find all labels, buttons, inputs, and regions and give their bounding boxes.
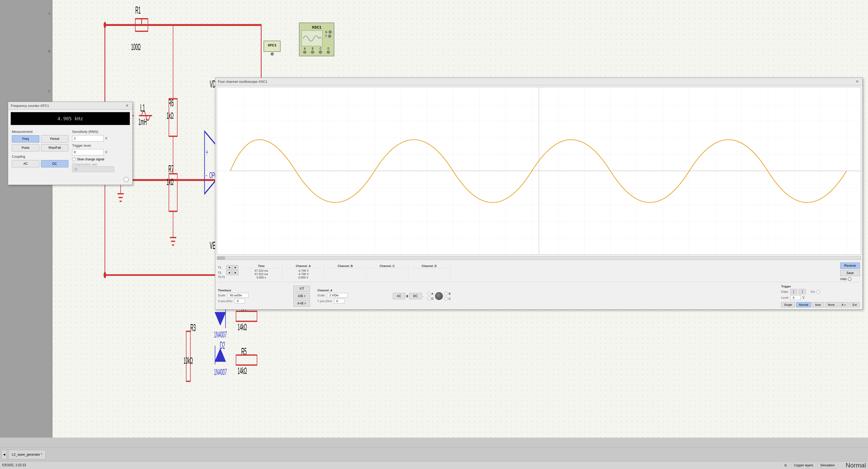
cha-scale-value[interactable]: 2 V/Div (327, 293, 348, 298)
none-btn[interactable]: None (825, 302, 838, 307)
freq-counter-close[interactable]: ✕ (125, 103, 130, 108)
radio-b[interactable] (444, 292, 448, 295)
ac-btn[interactable]: AC (12, 160, 39, 167)
coupling-label: Coupling (12, 155, 68, 159)
col-chc: Channel_C (369, 264, 405, 268)
col-cha: Channel_A (285, 264, 321, 268)
ext-mode-btn[interactable]: Ext (850, 302, 860, 307)
osc-display (217, 87, 861, 255)
normal-label: Normal (846, 462, 866, 469)
osc-close[interactable]: ✕ (855, 79, 860, 83)
cha-dc-btn[interactable]: DC (409, 293, 422, 299)
gnd-label: GND (840, 277, 846, 280)
slow-change-checkbox[interactable] (72, 158, 75, 161)
ruler-c: C (48, 89, 51, 93)
tab-simulation[interactable]: Simulation (818, 463, 837, 468)
svg-marker-48 (215, 312, 225, 325)
svg-text:-: - (206, 170, 207, 180)
slow-change-label: Slow change signal (77, 158, 104, 161)
xfc1-component[interactable]: XFC1 (264, 41, 281, 56)
ext-label: Ext (811, 290, 815, 293)
a-greater-btn[interactable]: A > (839, 302, 848, 307)
auto-btn[interactable]: Auto (812, 302, 824, 307)
tab-copper[interactable]: Copper layers (792, 463, 816, 468)
ab-btn[interactable]: A/B > (293, 293, 310, 299)
reverse-btn[interactable]: Reverse (840, 263, 860, 269)
dc-btn[interactable]: DC (41, 160, 68, 167)
t1-cha: -4.790 V (285, 269, 321, 272)
svg-rect-74 (217, 87, 230, 255)
osc-scrollbar[interactable] (217, 256, 861, 260)
aplusb-btn[interactable]: A+B > (293, 300, 310, 307)
svg-text:1N4007: 1N4007 (214, 330, 227, 339)
tb-scale-label: Scale: (218, 294, 226, 297)
taskbar: ◄ LC_wave_generator * (0, 447, 868, 461)
osc-title: Four channel oscilloscope-XSC1 (218, 80, 268, 83)
osc-waveform (217, 87, 861, 255)
svg-text:10kΩ: 10kΩ (184, 355, 193, 366)
xsc1-component[interactable]: XSC1 G T (299, 23, 334, 56)
radio-a[interactable] (427, 292, 431, 295)
edge-label: Edge: (781, 290, 789, 293)
measurement-label: Measurement (12, 130, 68, 134)
zero-label: 0 (406, 294, 408, 298)
svg-text:R1: R1 (135, 5, 141, 16)
ruler-b: B (48, 49, 51, 53)
cha-label: Channel_A (317, 289, 391, 292)
cha-scale-label: Scale: (317, 294, 326, 297)
radio-d[interactable] (427, 297, 431, 300)
status-bar: 5月10日, 1:22:13 ts Copper layers Simulati… (0, 461, 868, 469)
period-btn[interactable]: Period (41, 135, 68, 142)
cha-ypos-value[interactable]: 0 (334, 299, 345, 303)
t2-label: T2 (218, 271, 225, 274)
svg-text:1kΩ: 1kΩ (166, 110, 174, 121)
cha-ypos-label: Y pos.(Div): (317, 299, 332, 303)
t2-cha: -4.790 V (285, 272, 321, 276)
svg-text:1mH: 1mH (138, 116, 147, 127)
t1-label: T1 (218, 266, 225, 269)
freq-btn[interactable]: Freq (12, 135, 39, 142)
yt-btn[interactable]: Y/T (293, 286, 310, 292)
svg-text:14kΩ: 14kΩ (238, 322, 247, 332)
trigger-input[interactable] (72, 149, 103, 155)
pulse-btn[interactable]: Pulse (12, 144, 39, 152)
svg-text:1N4007: 1N4007 (214, 367, 227, 377)
single-btn[interactable]: Single (781, 302, 795, 307)
col-chd: Channel_D (411, 264, 447, 268)
trigger-label: Trigger (781, 285, 860, 288)
xfc1-value (268, 47, 276, 49)
rise-fall-btn[interactable]: Rise/Fall (41, 144, 68, 152)
t2t1-cha: 0.000 V (285, 276, 321, 279)
radio-c[interactable] (444, 297, 448, 300)
ext-radio[interactable] (816, 290, 820, 294)
normal-btn[interactable]: Normal (796, 302, 811, 307)
timebase-label: Timebase (218, 289, 291, 292)
datetime-label: 5月10日, 1:22:13 (2, 463, 26, 467)
svg-text:1kΩ: 1kΩ (166, 177, 174, 187)
t1-right-btn[interactable]: ► (232, 265, 238, 270)
save-btn[interactable]: Save (840, 270, 860, 276)
t1-left-btn[interactable]: ◄ (226, 265, 232, 270)
level-label: Level: (781, 296, 789, 299)
sensitivity-label: Sensitivity (RMS) (72, 130, 129, 134)
edge-falling-btn[interactable]: ⌉ (799, 289, 806, 294)
svg-text:100Ω: 100Ω (131, 41, 141, 52)
taskbar-tab[interactable]: LC_wave_generator * (8, 450, 45, 459)
t2-right-btn[interactable]: ► (232, 270, 238, 275)
taskbar-scroll-left[interactable]: ◄ (2, 450, 7, 459)
freq-counter-dialog: Frequency counter-XFC1 ✕ 4.905 kHz Measu… (8, 102, 133, 185)
osc-titlebar: Four channel oscilloscope-XSC1 ✕ (215, 78, 863, 86)
t2-left-btn[interactable]: ◄ (226, 270, 232, 275)
tb-scale-value[interactable]: 50 us/Div (228, 293, 249, 298)
sensitivity-input[interactable] (72, 135, 103, 141)
gnd-indicator (848, 277, 851, 281)
edge-rising-btn[interactable]: ⌈ (790, 289, 797, 294)
cha-ac-btn[interactable]: AC (393, 293, 405, 299)
oscilloscope-dialog: Four channel oscilloscope-XSC1 ✕ (215, 77, 863, 310)
tb-xpos-value[interactable]: 0 (235, 299, 245, 303)
level-value[interactable]: 0 (790, 295, 801, 300)
svg-text:L1: L1 (140, 102, 145, 113)
tab-ts[interactable]: ts (782, 463, 789, 468)
freq-counter-title: Frequency counter-XFC1 (11, 104, 49, 108)
channel-knob[interactable] (435, 292, 443, 300)
